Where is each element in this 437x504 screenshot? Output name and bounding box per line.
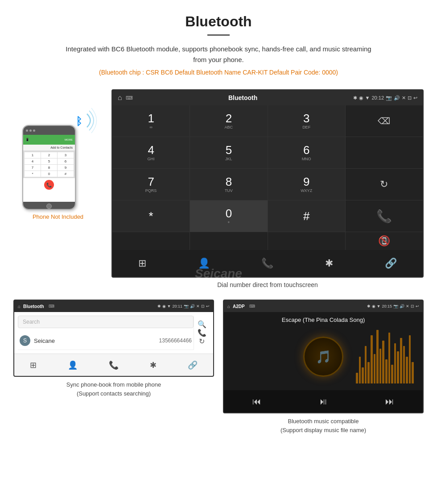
phone-add-contacts: Add to Contacts	[23, 145, 75, 151]
phone-key-9[interactable]: 9	[58, 165, 74, 171]
dial-letters-1: ∞	[149, 125, 152, 129]
phone-dot-3	[33, 129, 35, 132]
bt-symbol: ᛒ	[76, 115, 82, 127]
dial-key-1[interactable]: 1 ∞	[112, 105, 190, 137]
phone-key-hash[interactable]: #	[58, 171, 74, 177]
eq-bar-8	[376, 330, 379, 383]
toolbar-link-icon[interactable]: 🔗	[385, 258, 397, 269]
dial-letters-4: GHI	[148, 157, 155, 161]
main-car-screen: ⌂ ⌨ Bluetooth ✱ ◉ ▼ 20:12 📷 🔊 ✕ ⊡ ↩	[111, 89, 424, 278]
phone-key-6[interactable]: 6	[58, 158, 74, 164]
dial-key-hash[interactable]: #	[268, 200, 345, 232]
dial-key-star[interactable]: *	[112, 200, 190, 232]
phone-green-label: 📱	[25, 138, 29, 142]
phonebook-home-icon[interactable]: ⌂	[18, 304, 21, 309]
pb-toolbar-link-icon[interactable]: 🔗	[188, 360, 198, 370]
dial-call-red-cell[interactable]: 📵	[346, 232, 423, 250]
dial-refresh-cell[interactable]: ↻	[346, 169, 423, 200]
dial-key-6[interactable]: 6 MNO	[268, 137, 345, 168]
music-content: Escape (The Pina Colada Song) 🎵	[224, 312, 423, 390]
dial-call-green-cell[interactable]: 📞	[346, 200, 423, 232]
phone-key-star[interactable]: *	[25, 171, 41, 177]
phone-key-1[interactable]: 1	[25, 152, 41, 158]
fast-forward-button[interactable]: ⏭	[385, 396, 394, 407]
toolbar-phone-icon[interactable]: 📞	[261, 258, 273, 269]
refresh-icon: ↻	[380, 179, 388, 190]
phonebook-content: Search S Seicane 13566664466 🔍	[14, 312, 213, 354]
call-red-icon: 📵	[378, 235, 390, 247]
side-phone-icon[interactable]: 📞	[198, 329, 206, 337]
phone-key-0[interactable]: 0	[41, 171, 57, 177]
search-placeholder: Search	[23, 319, 40, 325]
phone-top-bar	[23, 126, 75, 135]
rewind-button[interactable]: ⏮	[252, 396, 261, 407]
play-pause-button[interactable]: ⏯	[319, 396, 328, 407]
pb-toolbar-bt-icon[interactable]: ✱	[150, 360, 157, 370]
dial-key-5[interactable]: 5 JKL	[190, 137, 267, 168]
phonebook-inner: Search S Seicane 13566664466 🔍	[18, 316, 210, 350]
dial-backspace-cell[interactable]: ⌫	[346, 105, 423, 137]
side-search-icon[interactable]: 🔍	[198, 320, 206, 329]
phone-key-4[interactable]: 4	[25, 158, 41, 164]
dial-empty-1	[346, 137, 423, 168]
dial-key-2[interactable]: 2 ABC	[190, 105, 267, 137]
phonebook-main-row: Search S Seicane 13566664466 🔍	[18, 316, 210, 350]
dial-key-3[interactable]: 3 DEF	[268, 105, 345, 137]
dial-key-8[interactable]: 8 TUV	[190, 169, 267, 200]
music-screen: ⌂ A2DP ⌨ ✱ ◉ ▼ 20:15 📷 🔊 ✕ ⊡ ↩ Escape (T…	[223, 300, 424, 413]
phonebook-time: 20:11	[172, 304, 182, 308]
toolbar-bt-icon[interactable]: ✱	[325, 258, 333, 269]
eq-bar-16	[400, 338, 402, 383]
music-status-bar: ⌂ A2DP ⌨ ✱ ◉ ▼ 20:15 📷 🔊 ✕ ⊡ ↩	[224, 300, 423, 312]
dial-key-9[interactable]: 9 WXYZ	[268, 169, 345, 200]
music-caption-line2: (Support display music file name)	[280, 427, 366, 433]
dial-num-3: 3	[303, 112, 309, 124]
back-status-icon: ↩	[413, 95, 417, 101]
phone-end-call-btn[interactable]: 📞	[44, 180, 54, 190]
eq-bar-17	[403, 346, 405, 383]
dial-empty-5a	[112, 232, 190, 250]
dial-key-7[interactable]: 7 PQRS	[112, 169, 190, 200]
eq-bar-18	[406, 357, 408, 383]
dial-num-6: 6	[303, 144, 309, 156]
header-divider	[207, 34, 230, 36]
toolbar-contacts-icon[interactable]: 👤	[198, 258, 210, 269]
phonebook-list: Search S Seicane 13566664466	[18, 316, 194, 350]
toolbar-grid-icon[interactable]: ⊞	[138, 258, 146, 269]
phonebook-caption: Sync phone-book from mobile phone (Suppo…	[13, 380, 214, 398]
dial-num-5: 5	[226, 144, 232, 156]
main-content: ᛒ 📱 MORE Add to Contacts	[0, 85, 437, 293]
contact-row[interactable]: S Seicane 13566664466	[18, 332, 194, 350]
dial-key-4[interactable]: 4 GHI	[112, 137, 190, 168]
eq-bar-12	[388, 333, 391, 383]
signal-status-icon: ▼	[365, 95, 370, 100]
phone-key-5[interactable]: 5	[41, 158, 57, 164]
phone-key-7[interactable]: 7	[25, 165, 41, 171]
phonebook-screen-title: Bluetooth	[23, 304, 44, 309]
music-back-icon: ↩	[416, 304, 419, 308]
music-cam-icon: 📷	[393, 304, 398, 308]
phonebook-caption-line1: Sync phone-book from mobile phone	[66, 381, 161, 388]
phone-screen: 📱 MORE Add to Contacts 1 2 3 4 5 6 7 8 9	[23, 135, 75, 202]
dial-num-0: 0	[226, 208, 232, 219]
phone-home-btn[interactable]	[46, 204, 52, 209]
phonebook-search-bar[interactable]: Search	[18, 316, 194, 328]
dial-num-star: *	[149, 210, 153, 222]
side-refresh-icon[interactable]: ↻	[199, 337, 205, 346]
phone-key-2[interactable]: 2	[41, 152, 57, 158]
pb-toolbar-grid-icon[interactable]: ⊞	[30, 360, 37, 370]
phone-green-text: MORE	[65, 138, 73, 141]
pb-toolbar-contacts-icon[interactable]: 👤	[68, 360, 78, 370]
music-close-icon: ✕	[406, 304, 409, 308]
home-icon[interactable]: ⌂	[118, 94, 122, 102]
music-home-icon[interactable]: ⌂	[227, 304, 230, 309]
phone-key-8[interactable]: 8	[41, 165, 57, 171]
dial-key-0[interactable]: 0 +	[190, 200, 267, 232]
location-status-icon: ◉	[359, 95, 363, 101]
pb-toolbar-phone-icon[interactable]: 📞	[109, 360, 119, 370]
eq-bar-15	[397, 351, 399, 383]
phone-bottom-bar	[23, 202, 75, 210]
car-screen-section: ⌂ ⌨ Bluetooth ✱ ◉ ▼ 20:12 📷 🔊 ✕ ⊡ ↩	[111, 89, 424, 288]
eq-bar-19	[409, 335, 411, 383]
phone-key-3[interactable]: 3	[58, 152, 74, 158]
